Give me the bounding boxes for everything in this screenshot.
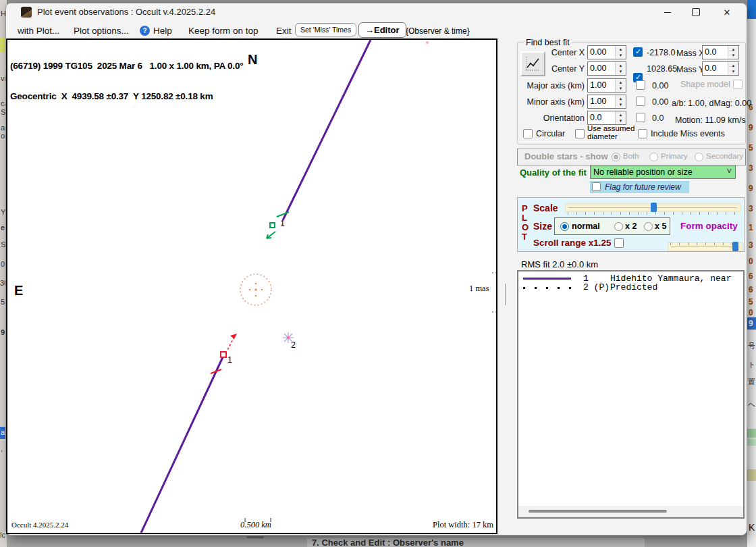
background-window-right-strip[interactable]: 6 9 5 3 9 3 1 3 0 6 6 5 0 9 号 ト 置 ヘ K	[747, 0, 756, 547]
mass-y-spinner[interactable]	[728, 62, 738, 75]
fit-x-checkbox[interactable]	[633, 47, 643, 57]
quality-fit-dropdown[interactable]: No reliable position or size ˅	[590, 165, 736, 179]
orientation-spinner[interactable]	[615, 111, 626, 124]
fit-y-value: 1028.65	[647, 64, 677, 74]
minor-axis-spinner[interactable]	[615, 95, 626, 108]
mass-y-input[interactable]: 0.0	[702, 61, 739, 76]
set-miss-times-button[interactable]: Set 'Miss' Times	[295, 23, 356, 36]
splitter	[505, 284, 506, 305]
mass-x-input[interactable]: 0.0	[702, 45, 739, 59]
background-window-caption: 7. Check and Edit : Observer's name	[312, 538, 464, 547]
minimize-icon	[664, 12, 671, 13]
plot-graphics	[7, 40, 496, 533]
right-strip-green-row	[747, 439, 756, 446]
mas-scale-bracket	[492, 273, 496, 312]
scroll-range-checkbox[interactable]	[614, 238, 624, 248]
background-window-bottom-strip[interactable]: 7. Check and Edit : Observer's name	[7, 534, 747, 547]
minor-fit-checkbox[interactable]	[636, 97, 645, 106]
mass-y-label: Mass Y	[676, 65, 704, 74]
plot-vertical-t: T	[522, 232, 527, 242]
major-fit-checkbox[interactable]	[636, 80, 645, 90]
flag-review-checkbox[interactable]	[592, 182, 601, 191]
center-x-spinner[interactable]	[615, 46, 626, 59]
minor-axis-input[interactable]: 1.00	[587, 95, 626, 109]
ab-dmag-label: a/b: 1.00, dMag: 0.00	[672, 99, 751, 108]
fit-x-value: -2178.06	[647, 48, 676, 57]
menu-keep-on-top[interactable]: Keep form on top	[188, 26, 259, 36]
size-normal-label: normal	[572, 222, 600, 231]
minimize-button[interactable]	[654, 3, 681, 21]
resize-notch	[246, 536, 264, 538]
double-stars-group: Double stars - show Both Primary Seconda…	[517, 149, 746, 165]
chord-1-line	[283, 40, 371, 220]
double-stars-secondary-label: Secondary	[706, 152, 743, 160]
scale-slider-ticks	[568, 212, 736, 215]
horizontal-scrollbar[interactable]	[518, 506, 743, 517]
major-axis-spinner[interactable]	[615, 79, 626, 92]
menu-exit[interactable]: Exit	[276, 26, 292, 36]
double-stars-both-label: Both	[623, 152, 639, 160]
plot-vertical-l: L	[522, 213, 527, 223]
center-y-label: Center Y	[539, 64, 585, 74]
rms-fit-listbox[interactable]: 1 Hidehito Yammaura, near 2 (P) Predicte…	[517, 270, 745, 519]
size-x5-label: x 5	[655, 222, 666, 231]
flag-review-label: Flag for future review	[605, 182, 681, 192]
miss-point-marker	[221, 352, 226, 357]
observer-time-label: {Observer & time}	[406, 26, 470, 36]
chevron-down-icon[interactable]: ˅	[726, 166, 732, 176]
chord2-point-label: 1	[227, 355, 232, 365]
center-x-label: Center X	[539, 48, 585, 57]
rms-fit-label: RMS fit 2.0 ±0.0 km	[521, 259, 598, 269]
double-stars-secondary-radio[interactable]	[695, 153, 703, 161]
circular-label: Circular	[536, 129, 565, 138]
center-x-input[interactable]: 0.00	[587, 45, 626, 59]
major-axis-input[interactable]: 1.00	[587, 78, 626, 93]
orientation-input[interactable]: 0.0	[587, 111, 626, 125]
scale-slider-thumb[interactable]	[651, 203, 657, 212]
chord-2-line	[141, 357, 223, 533]
close-button[interactable]: ✕	[713, 3, 740, 21]
plot-canvas[interactable]: (66719) 1999 TG105 2025 Mar 6 1.00 x 1.0…	[6, 38, 497, 534]
minor-fit-value: 0.00	[652, 97, 668, 107]
orientation-label: Orientation	[518, 113, 585, 123]
right-strip-green-row	[747, 429, 756, 438]
app-icon	[21, 7, 32, 18]
close-icon: ✕	[724, 7, 731, 18]
chord1-point-marker	[270, 223, 275, 228]
size-x5-radio[interactable]	[644, 222, 653, 231]
menu-with-plot[interactable]: with Plot...	[18, 26, 59, 36]
plot-scalebar-label: 0.500 km	[240, 520, 271, 530]
chord1-point-label: 1	[280, 219, 285, 228]
titlebar[interactable]: Plot event observations : Occult v.4.202…	[6, 3, 747, 21]
center-y-input[interactable]: 0.00	[587, 61, 626, 76]
scroll-range-label: Scroll range x1.25	[533, 238, 612, 248]
legend-line-dotted	[523, 287, 574, 289]
editor-button[interactable]: →Editor	[358, 22, 406, 38]
find-best-fit-title: Find best fit	[524, 38, 572, 47]
circular-checkbox[interactable]	[523, 129, 533, 138]
size-label: Size	[533, 221, 552, 232]
major-fit-value: 0.00	[652, 81, 668, 90]
double-stars-primary-radio[interactable]	[649, 153, 658, 161]
right-strip-tan-row	[747, 469, 756, 481]
menu-help[interactable]: Help	[153, 26, 172, 36]
use-assumed-checkbox[interactable]	[575, 129, 585, 138]
size-x2-radio[interactable]	[614, 222, 623, 231]
major-axis-label: Major axis (km)	[518, 81, 585, 90]
size-radio-group: normal x 2 x 5	[554, 217, 670, 235]
scrollbar-thumb[interactable]	[529, 510, 667, 513]
center-y-spinner[interactable]	[615, 62, 626, 75]
maximize-button[interactable]	[682, 3, 709, 21]
shape-model-label: Shape model	[680, 80, 730, 89]
include-miss-checkbox[interactable]	[638, 129, 647, 138]
size-normal-radio[interactable]	[560, 222, 569, 231]
scale-slider[interactable]	[565, 203, 740, 212]
orientation-fit-value: 0.0	[652, 113, 664, 123]
double-stars-both-radio[interactable]	[612, 153, 620, 161]
mass-x-spinner[interactable]	[728, 46, 738, 59]
mas-scale-label: 1 mas	[469, 284, 489, 294]
motion-label: Motion: 11.09 km/s	[675, 115, 746, 125]
menu-plot-options[interactable]: Plot options...	[74, 26, 129, 36]
shape-model-checkbox[interactable]	[733, 80, 742, 89]
orientation-fit-checkbox[interactable]	[636, 113, 645, 122]
